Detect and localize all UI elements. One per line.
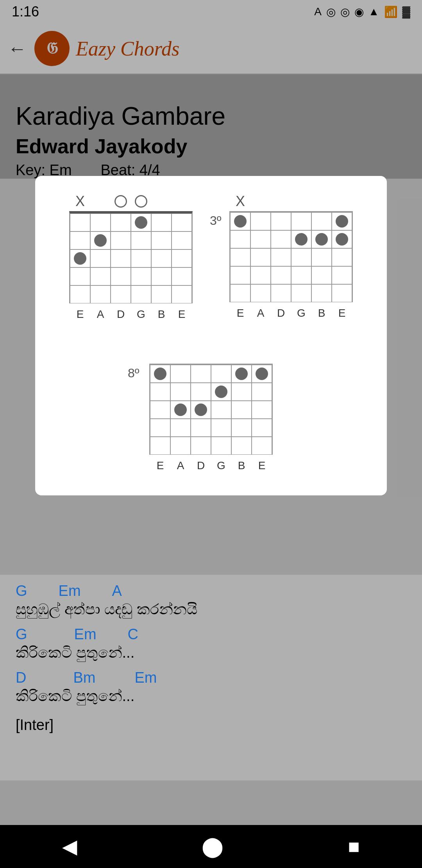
- dot: [234, 215, 247, 228]
- fret-cell: [191, 419, 211, 437]
- fret-cell: [111, 231, 131, 249]
- nav-back-button[interactable]: ◀: [62, 835, 77, 858]
- fret-cell: [170, 383, 191, 401]
- fret-cell: [211, 365, 231, 383]
- fret-cell: [311, 266, 332, 284]
- fret-cell: [230, 284, 250, 302]
- open-marker-2: [135, 195, 147, 208]
- fret-number-3: 8º: [128, 366, 139, 380]
- fret-number-2: 3º: [210, 213, 221, 228]
- section-label: [Inter]: [16, 717, 406, 733]
- x-marker-2: X: [236, 193, 245, 210]
- fret-cell: [252, 401, 272, 419]
- fret-cell: [250, 266, 271, 284]
- fret-cell: [131, 285, 151, 303]
- string-label: D: [271, 307, 291, 319]
- string-label: A: [90, 308, 111, 321]
- fret-row: [70, 231, 192, 249]
- fret-row: [70, 249, 192, 267]
- chord-diagram-1: X: [69, 192, 193, 321]
- fret-cell: [250, 212, 271, 230]
- fret-cell: [150, 401, 170, 419]
- fret-cell: [332, 266, 352, 284]
- lyric-line-2: කිරිකෙටි පුතුනේ...: [16, 644, 406, 662]
- fret-cell: [172, 267, 192, 285]
- fret-cell: [311, 284, 332, 302]
- chord-line-3: D Bm Em: [16, 669, 406, 686]
- fret-cell: [271, 284, 291, 302]
- fret-cell: [172, 249, 192, 267]
- chord-d[interactable]: D: [16, 669, 26, 686]
- chord-g2[interactable]: G: [16, 626, 27, 643]
- fret-row: [150, 383, 272, 401]
- string-label: E: [332, 307, 352, 319]
- string-labels-1: E A D G B E: [70, 308, 192, 321]
- fret-cell: [252, 419, 272, 437]
- lyrics-area: G Em A සුහුඹුල් අත්පා යදඬු කරන්නයි G Em …: [0, 575, 422, 780]
- fret-cell: [111, 249, 131, 267]
- chord-line: G Em A: [16, 583, 406, 599]
- chord-c[interactable]: C: [128, 626, 138, 643]
- fret-cell: [252, 365, 272, 383]
- chord-g[interactable]: G: [16, 583, 27, 599]
- dot: [135, 216, 147, 229]
- fret-cell: [90, 267, 111, 285]
- fret-cell: [271, 266, 291, 284]
- string-label: D: [111, 308, 131, 321]
- fret-cell: [230, 248, 250, 266]
- fret-cell: [250, 230, 271, 248]
- fret-cell: [252, 383, 272, 401]
- fret-cell: [90, 213, 111, 231]
- fret-cell: [250, 284, 271, 302]
- chord-em3[interactable]: Em: [134, 669, 157, 686]
- fret-cell: [311, 230, 332, 248]
- string-label: E: [150, 459, 170, 472]
- fret-cell: [131, 249, 151, 267]
- dot: [295, 233, 308, 246]
- fret-cell: [70, 267, 90, 285]
- dot: [154, 368, 166, 380]
- fret-cell: [111, 285, 131, 303]
- fret-row: [150, 419, 272, 437]
- fret-row: [230, 284, 352, 302]
- fret-cell: [271, 230, 291, 248]
- chord-em[interactable]: Em: [59, 583, 81, 599]
- nav-home-button[interactable]: ⬤: [202, 835, 224, 858]
- fret-cell: [150, 437, 170, 455]
- fret-cell: [230, 230, 250, 248]
- string-label: A: [250, 307, 271, 319]
- fret-cell: [211, 401, 231, 419]
- fret-cell: [111, 213, 131, 231]
- chord-bm[interactable]: Bm: [73, 669, 95, 686]
- fret-row: [230, 266, 352, 284]
- nav-square-button[interactable]: ■: [348, 835, 359, 858]
- fret-cell: [111, 267, 131, 285]
- fret-row: [70, 213, 192, 231]
- fret-cell: [151, 213, 172, 231]
- chord-em2[interactable]: Em: [74, 626, 97, 643]
- fret-cell: [211, 437, 231, 455]
- fret-cell: [90, 285, 111, 303]
- chords-bottom-row: 8º: [51, 344, 371, 472]
- chord-line-2: G Em C: [16, 626, 406, 643]
- chord-a[interactable]: A: [112, 583, 122, 599]
- fret-row: [150, 365, 272, 383]
- fret-row: [70, 267, 192, 285]
- fret-cell: [291, 230, 311, 248]
- fret-cell: [250, 248, 271, 266]
- lyric-line-1: සුහුඹුල් අත්පා යදඬු කරන්නයි: [16, 601, 406, 618]
- lyric-line-3: කිරිකෙටි පුතුනේ...: [16, 688, 406, 705]
- chord-diagram-2: X 3º: [229, 192, 353, 321]
- fret-cell: [252, 437, 272, 455]
- dot: [336, 233, 348, 246]
- fret-cell: [70, 285, 90, 303]
- fret-cell: [70, 213, 90, 231]
- string-label: E: [70, 308, 90, 321]
- chord-modal: X: [35, 176, 387, 495]
- fret-cell: [191, 437, 211, 455]
- fret-cell: [271, 248, 291, 266]
- chords-top-row: X: [51, 192, 371, 321]
- x-marker-1: X: [75, 193, 85, 210]
- fret-cell: [332, 230, 352, 248]
- fret-cell: [271, 212, 291, 230]
